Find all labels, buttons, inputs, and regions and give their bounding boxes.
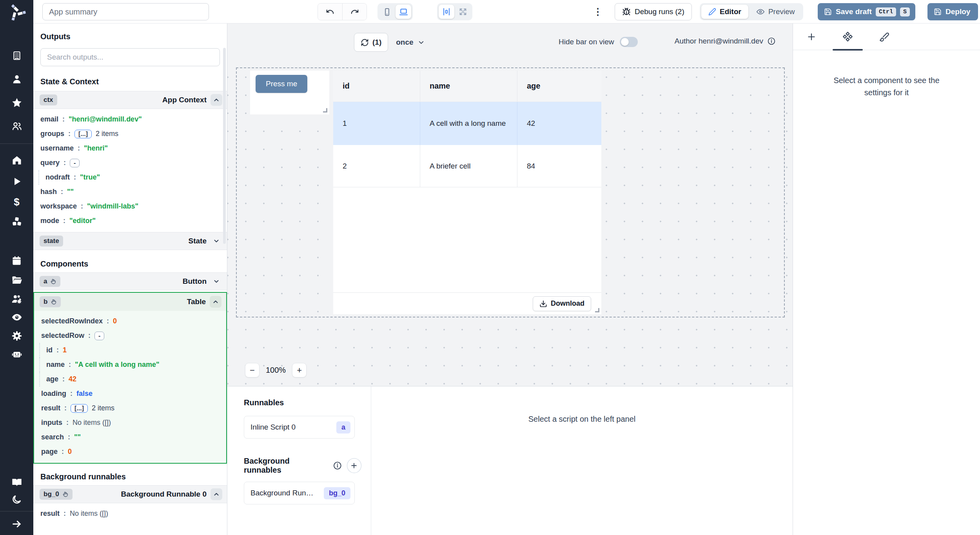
canvas-controls-bar: (1) once Hide bar on view A <box>227 24 793 61</box>
download-button[interactable]: Download <box>533 296 591 311</box>
ctx-section-row[interactable]: ctx App Context <box>33 91 227 109</box>
desktop-view-button[interactable] <box>396 5 411 19</box>
book-icon[interactable] <box>11 477 22 488</box>
users-icon[interactable] <box>11 121 22 132</box>
table-component[interactable]: id name age 1 A cell with a long name 42… <box>333 71 601 314</box>
press-me-button[interactable]: Press me <box>256 75 307 93</box>
save-draft-button[interactable]: Save draft Ctrl S <box>818 3 915 20</box>
cell-name: A cell with a long name <box>420 102 517 145</box>
collapse-ctx-button[interactable] <box>211 94 222 106</box>
chevron-down-icon <box>213 278 220 285</box>
component-a-row[interactable]: a Button <box>33 272 227 290</box>
bg0-section-row[interactable]: bg_0 Background Runnable 0 <box>33 485 227 503</box>
resize-handle[interactable] <box>323 108 327 112</box>
script-editor-empty-state: Select a script on the left panel <box>371 386 793 535</box>
preview-tab[interactable]: Preview <box>749 5 802 19</box>
search-outputs-input[interactable] <box>40 48 220 66</box>
component-b-row[interactable]: b Table <box>34 293 226 311</box>
script-badge: bg_0 <box>324 487 350 499</box>
dollar-icon[interactable]: $ <box>11 196 22 207</box>
save-icon <box>934 8 942 16</box>
column-header-id[interactable]: id <box>333 71 420 102</box>
deploy-label: Deploy <box>946 7 970 16</box>
user-icon[interactable] <box>11 74 22 85</box>
background-runnable-item[interactable]: Background Runna... bg_0 <box>244 482 355 504</box>
button-component-container[interactable]: Press me <box>250 71 329 114</box>
debug-runs-button[interactable]: Debug runs (2) <box>615 3 692 20</box>
app-summary-input[interactable] <box>42 3 209 20</box>
moon-icon[interactable] <box>11 494 22 505</box>
resize-handle[interactable] <box>595 308 599 312</box>
align-space-around-icon <box>442 7 451 16</box>
settings-empty-state: Select a component to see the settings f… <box>793 74 980 99</box>
expand-state-button[interactable] <box>211 235 222 247</box>
editor-label: Editor <box>720 7 741 16</box>
deploy-button[interactable]: Deploy <box>927 3 978 20</box>
building-icon[interactable] <box>11 50 22 61</box>
plus-icon <box>806 32 817 42</box>
inline-script-item[interactable]: Inline Script 0 a <box>244 416 355 439</box>
tab-component-settings[interactable] <box>829 24 866 50</box>
expand-array-chip[interactable]: [...] <box>71 404 88 413</box>
runnables-title: Runnables <box>244 398 361 407</box>
windmill-app-editor: $ <box>0 0 980 535</box>
collapse-b-button[interactable] <box>210 296 221 308</box>
output-row: hash:"" <box>33 185 227 199</box>
collapse-object-chip[interactable]: - <box>70 159 80 167</box>
cell-name: A briefer cell <box>420 145 517 187</box>
refresh-mode-dropdown[interactable]: once <box>396 38 425 47</box>
collapse-bg0-button[interactable] <box>211 488 222 500</box>
zoom-in-button[interactable]: + <box>292 363 307 377</box>
state-section-row[interactable]: state State <box>33 232 227 250</box>
refresh-icon <box>361 38 369 47</box>
state-context-heading: State & Context <box>40 77 220 86</box>
undo-button[interactable] <box>318 3 342 20</box>
background-runnables-title: Background runnables <box>244 457 328 475</box>
star-icon[interactable] <box>11 97 22 108</box>
zoom-out-button[interactable]: − <box>245 363 260 377</box>
boxes-icon[interactable] <box>11 216 22 227</box>
expand-array-chip[interactable]: [...] <box>74 130 92 138</box>
tab-theme-styling[interactable] <box>866 24 902 50</box>
bot-icon[interactable] <box>11 348 22 359</box>
home-icon[interactable] <box>11 155 22 166</box>
windmill-logo[interactable] <box>0 0 33 24</box>
save-icon <box>824 8 832 16</box>
sidebar: $ <box>0 0 33 535</box>
app-grid-region[interactable]: Press me id name age 1 A cell wit <box>236 67 785 317</box>
outputs-scrollbar[interactable] <box>223 48 226 244</box>
app-canvas[interactable]: (1) once Hide bar on view A <box>227 24 793 386</box>
add-background-runnable-button[interactable] <box>347 458 362 473</box>
output-row: nodraft:"true" <box>38 170 227 185</box>
collapse-object-chip[interactable]: - <box>94 332 104 340</box>
gear-icon[interactable] <box>11 330 22 341</box>
redo-button[interactable] <box>342 3 367 20</box>
info-icon[interactable] <box>333 461 342 470</box>
more-options-button[interactable]: ⋮ <box>592 3 604 20</box>
column-header-name[interactable]: name <box>420 71 517 102</box>
editor-tab[interactable]: Editor <box>701 5 748 19</box>
output-row: page:0 <box>34 444 226 459</box>
bg0-type-label: Background Runnable 0 <box>121 490 207 499</box>
folder-icon[interactable] <box>11 275 22 286</box>
calendar-icon[interactable] <box>11 255 22 266</box>
component-b-chip: b <box>40 296 61 307</box>
fullwidth-layout-button[interactable] <box>455 5 471 19</box>
center-layout-button[interactable] <box>439 5 454 19</box>
play-icon[interactable] <box>11 176 22 187</box>
refresh-app-button[interactable]: (1) <box>354 33 388 52</box>
eye-icon[interactable] <box>11 312 22 323</box>
mobile-view-button[interactable] <box>379 5 395 19</box>
info-icon[interactable] <box>767 37 776 45</box>
column-header-age[interactable]: age <box>517 71 601 102</box>
hide-bar-toggle[interactable] <box>620 37 638 47</box>
table-row[interactable]: 2 A briefer cell 84 <box>333 145 601 187</box>
chevron-down-icon <box>213 238 220 245</box>
user-cog-icon[interactable] <box>11 294 22 305</box>
tab-insert-component[interactable] <box>793 24 829 50</box>
collapse-arrow-icon[interactable] <box>11 519 22 530</box>
output-row: id:1 <box>39 343 226 357</box>
output-row: email:"henri@windmill.dev" <box>33 112 227 127</box>
table-row-selected[interactable]: 1 A cell with a long name 42 <box>333 102 601 145</box>
expand-a-button[interactable] <box>211 276 222 287</box>
